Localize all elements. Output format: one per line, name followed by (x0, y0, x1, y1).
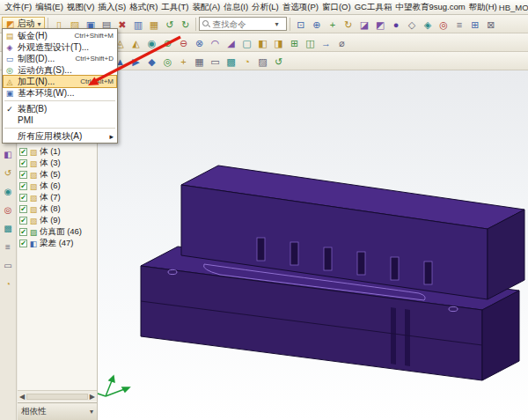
snap-point-icon[interactable]: ◎ (160, 54, 175, 69)
process-studio-icon[interactable]: ◉ (2, 185, 15, 198)
rotate-view-icon[interactable]: ↻ (341, 17, 356, 32)
show-hide-icon[interactable]: ◎ (436, 17, 451, 32)
shell-icon[interactable]: ▢ (239, 35, 254, 50)
right-view-icon[interactable]: ▶ (128, 54, 143, 69)
subtract-icon[interactable]: ⊖ (176, 35, 191, 50)
measure-icon[interactable]: ⌀ (334, 35, 349, 50)
revolve-icon[interactable]: ◭ (128, 35, 143, 50)
graphics-viewport[interactable] (98, 70, 528, 420)
mirror-feature-icon[interactable]: ◫ (303, 35, 318, 50)
view-palette-icon[interactable]: ◧ (2, 148, 15, 161)
redo-icon[interactable]: ↻ (178, 17, 193, 32)
menubar-item[interactable]: 窗口(O) (320, 1, 353, 14)
menu-item-sheet-metal[interactable]: ▤ 钣金(H) Ctrl+Shift+M (4, 30, 116, 41)
checkbox-icon[interactable]: ✔ (19, 171, 27, 179)
tree-item-face-46[interactable]: ✔ ▨ 仿真面 (46) (19, 226, 96, 238)
checkbox-icon[interactable]: ✔ (19, 182, 27, 190)
menubar-item[interactable]: 视图(V) (65, 1, 97, 14)
trimetric-view-icon[interactable]: ◪ (356, 17, 371, 32)
tree-item-body-9[interactable]: ✔ ▧ 体 (9) (19, 215, 96, 226)
menubar-item[interactable]: 装配(A) (191, 1, 223, 14)
menu-item-drafting[interactable]: ▭ 制图(D)... Ctrl+Shift+D (4, 53, 116, 64)
menubar-item[interactable]: 工具(T) (159, 1, 190, 14)
copy-icon[interactable]: ▥ (130, 17, 145, 32)
menubar-item[interactable]: GC工具箱 (353, 1, 394, 14)
checkbox-icon[interactable]: ✔ (19, 228, 27, 236)
paste-icon[interactable]: ▦ (146, 17, 161, 32)
system-materials-icon[interactable]: ▩ (2, 222, 15, 235)
wcs-display-icon[interactable]: + (176, 54, 191, 69)
command-search[interactable]: ▾ (199, 17, 287, 31)
ruler-icon[interactable]: ▭ (208, 54, 223, 69)
menubar-item[interactable]: 中望教育9sug.com (393, 1, 466, 14)
search-input[interactable] (212, 19, 272, 29)
collapse-icon[interactable]: ▾ (90, 408, 93, 416)
tree-item-47[interactable]: ✔ ◧ 梁差 (47) (19, 238, 96, 249)
hole-icon[interactable]: ◉ (144, 35, 159, 50)
unite-icon[interactable]: ⊕ (160, 35, 175, 50)
scroll-right-icon[interactable]: ▶ (90, 393, 95, 401)
menubar-item[interactable]: 首选项(P) (281, 1, 320, 14)
checkbox-icon[interactable]: ✔ (19, 217, 27, 225)
iso-view-icon[interactable]: ◆ (144, 54, 159, 69)
window-icon[interactable]: ⊞ (467, 17, 482, 32)
menubar-item[interactable]: 分析(L) (250, 1, 281, 14)
menubar-item[interactable]: 插入(S) (96, 1, 128, 14)
dependencies-icon[interactable]: ≡ (2, 240, 15, 254)
pattern-feature-icon[interactable]: ⊞ (287, 35, 302, 50)
menu-item-all-applications[interactable]: 所有应用模块(A) ▸ (4, 130, 116, 142)
tree-horizontal-scrollbar[interactable]: ◀ ▶ (18, 390, 97, 402)
details-icon[interactable]: ▭ (2, 259, 15, 272)
trim-body-icon[interactable]: ◧ (255, 35, 270, 50)
menu-item-shape-studio[interactable]: ◈ 外观造型设计(T)... (4, 41, 116, 53)
checkbox-icon[interactable]: ✔ (19, 239, 27, 247)
scroll-left-icon[interactable]: ◀ (19, 393, 25, 401)
isometric-view-icon[interactable]: ◩ (372, 17, 387, 32)
history-palette-icon[interactable]: ↺ (2, 166, 15, 180)
grid-icon[interactable]: ▦ (192, 54, 207, 69)
material-icon[interactable]: ▩ (224, 54, 238, 69)
checkbox-icon[interactable]: ✔ (19, 205, 27, 213)
wireframe-view-icon[interactable]: ◇ (404, 17, 419, 32)
tree-item-body-5[interactable]: ✔ ▧ 体 (5) (19, 169, 96, 181)
background-icon[interactable]: ▨ (255, 54, 270, 69)
dependencies-panel-header[interactable]: 相依性 ▾ (18, 402, 97, 420)
undo-icon[interactable]: ↺ (162, 17, 177, 32)
chamfer-icon[interactable]: ◢ (224, 35, 238, 50)
split-body-icon[interactable]: ◨ (271, 35, 286, 50)
tree-item-body-3[interactable]: ✔ ▧ 体 (3) (19, 158, 96, 169)
menu-item-pmi[interactable]: PMI (4, 114, 116, 126)
checkbox-icon[interactable]: ✔ (19, 148, 27, 156)
menubar-item[interactable]: 文件(F) (3, 1, 33, 14)
roles-icon[interactable]: ◎ (2, 203, 15, 217)
preview-icon[interactable]: ◔ (2, 277, 15, 291)
checkbox-icon[interactable]: ✔ (19, 194, 27, 202)
menu-item-machining[interactable]: ◬ 加工(N)... Ctrl+Alt+M (4, 76, 116, 87)
move-object-icon[interactable]: → (319, 35, 334, 50)
scrollbar-track[interactable] (26, 394, 88, 400)
menubar-item[interactable]: 帮助(H) (467, 1, 499, 14)
tree-item-body-8[interactable]: ✔ ▧ 体 (8) (19, 203, 96, 215)
tree-item-body-7[interactable]: ✔ ▧ 体 (7) (19, 192, 96, 203)
full-screen-icon[interactable]: ⊠ (483, 17, 498, 32)
menubar-item[interactable]: 格式(R) (128, 1, 159, 14)
fit-view-icon[interactable]: ⊡ (293, 17, 308, 32)
studio-render-icon[interactable]: ◈ (420, 17, 435, 32)
refresh-icon[interactable]: ↺ (271, 54, 286, 69)
menu-item-motion-simulation[interactable]: ◎ 运动仿真(S)... (4, 64, 116, 76)
checkbox-icon[interactable]: ✔ (19, 159, 27, 167)
menu-item-assemblies[interactable]: ✓ 装配(B) (4, 103, 116, 114)
edge-blend-icon[interactable]: ◠ (208, 35, 223, 50)
intersect-icon[interactable]: ⊗ (192, 35, 207, 50)
menubar-item[interactable]: 编辑(E) (33, 1, 65, 14)
light-icon[interactable]: ◔ (239, 54, 254, 69)
tree-item-body-1[interactable]: ✔ ▧ 体 (1) (19, 146, 96, 158)
search-dropdown-icon[interactable]: ▾ (275, 20, 278, 28)
layer-settings-icon[interactable]: ≡ (451, 17, 466, 32)
menu-item-gateway[interactable]: ▣ 基本环境(W)... (4, 87, 116, 99)
shaded-view-icon[interactable]: ● (388, 17, 403, 32)
zoom-in-icon[interactable]: ⊕ (309, 17, 324, 32)
pan-icon[interactable]: + (325, 17, 340, 32)
tree-item-body-6[interactable]: ✔ ▧ 体 (6) (19, 181, 96, 192)
menubar-item[interactable]: 信息(I) (222, 1, 250, 14)
